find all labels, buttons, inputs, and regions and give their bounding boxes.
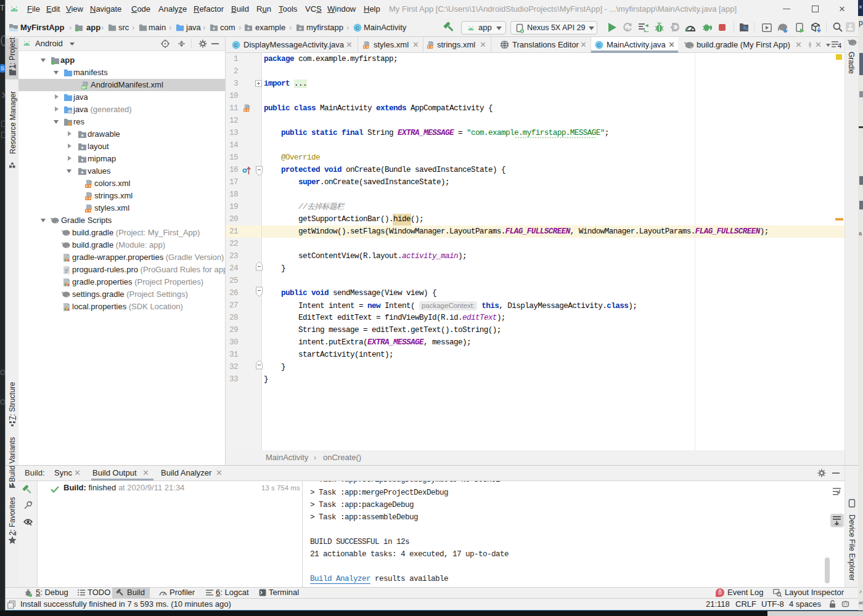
svg-text:C: C (356, 25, 359, 31)
svg-text:MF: MF (82, 86, 88, 89)
svg-text:C: C (234, 43, 238, 48)
svg-text:A: A (626, 27, 629, 31)
svg-text:C: C (597, 43, 601, 48)
